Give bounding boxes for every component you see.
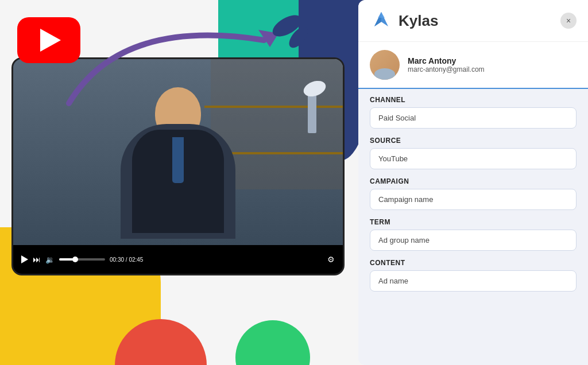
channel-input[interactable] — [370, 107, 577, 129]
campaign-field-group: CAMPAIGN — [370, 177, 577, 210]
settings-icon[interactable]: ⚙ — [327, 255, 335, 264]
shelf-line-1 — [204, 106, 343, 108]
user-email: marc-antony@gmail.com — [408, 65, 577, 73]
term-label: TERM — [370, 218, 577, 226]
green-shape — [235, 320, 310, 365]
source-field-group: SOURCE — [370, 137, 577, 169]
campaign-label: CAMPAIGN — [370, 177, 577, 185]
kylas-header: Kylas × — [358, 0, 588, 41]
term-input[interactable] — [370, 230, 577, 251]
term-field-group: TERM — [370, 218, 577, 251]
video-player: ⏭ 🔉 00:30 / 02:45 ⚙ — [11, 57, 345, 275]
form-section: CHANNEL SOURCE CAMPAIGN TERM CONTENT — [358, 89, 588, 306]
user-name: Marc Antony — [408, 56, 577, 65]
user-info: Marc Antony marc-antony@gmail.com — [358, 41, 588, 89]
progress-bar[interactable] — [59, 258, 105, 261]
kylas-name: Kylas — [399, 12, 438, 30]
avatar — [370, 50, 400, 80]
volume-icon[interactable]: 🔉 — [45, 255, 55, 264]
video-background — [13, 59, 343, 245]
channel-label: CHANNEL — [370, 96, 577, 104]
youtube-logo — [17, 17, 86, 69]
kylas-brand: Kylas — [370, 9, 438, 32]
source-label: SOURCE — [370, 137, 577, 145]
video-controls: ⏭ 🔉 00:30 / 02:45 ⚙ — [13, 245, 343, 274]
skip-icon[interactable]: ⏭ — [33, 255, 41, 264]
close-button[interactable]: × — [560, 13, 577, 29]
avatar-body — [374, 68, 395, 80]
kylas-logo-icon — [370, 9, 393, 32]
youtube-icon-bg — [17, 17, 80, 63]
video-content — [13, 59, 343, 245]
campaign-input[interactable] — [370, 189, 577, 210]
left-visual-section: ⏭ 🔉 00:30 / 02:45 ⚙ — [0, 0, 368, 365]
source-input[interactable] — [370, 148, 577, 169]
channel-field-group: CHANNEL — [370, 96, 577, 129]
progress-dot — [72, 257, 78, 262]
content-label: CONTENT — [370, 259, 577, 267]
content-input[interactable] — [370, 270, 577, 292]
man-tie — [172, 137, 184, 183]
play-button[interactable] — [21, 255, 28, 263]
video-time: 00:30 / 02:45 — [110, 257, 323, 263]
youtube-play-icon — [40, 29, 61, 52]
content-field-group: CONTENT — [370, 259, 577, 292]
right-panel: Kylas × Marc Antony marc-antony@gmail.co… — [358, 0, 588, 365]
user-details: Marc Antony marc-antony@gmail.com — [408, 56, 577, 73]
